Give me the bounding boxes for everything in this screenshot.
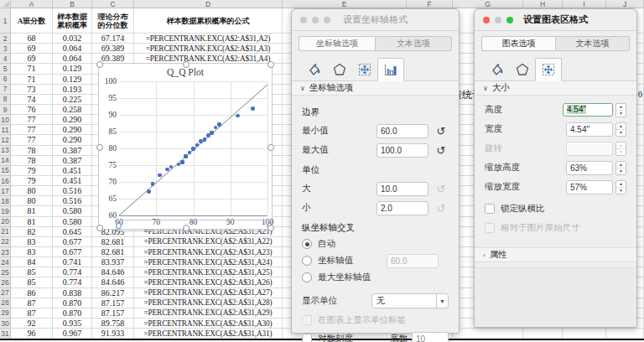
cell-score[interactable]: 73	[11, 85, 53, 95]
lock-aspect-checkbox[interactable]	[485, 204, 495, 214]
column-header-c[interactable]: C	[92, 0, 134, 8]
cell-formula[interactable]: =PERCENTRANK.EXC(A$2:A$31,A3)	[134, 44, 283, 54]
cell-score[interactable]: 78	[11, 146, 53, 156]
max-input[interactable]: 100.0	[377, 143, 428, 158]
cell-formula[interactable]: =PERCENTRANK.EXC(A$2:A$31,A23)	[134, 247, 283, 257]
cell-cum-prob[interactable]: 0.193	[53, 85, 92, 95]
cell-cum-prob[interactable]: 0.129	[53, 64, 92, 74]
cell-cum-prob[interactable]: 0.935	[53, 319, 92, 329]
data-point[interactable]	[180, 160, 184, 164]
cell-score[interactable]: 81	[11, 217, 53, 227]
axis-selection-handle-left[interactable]	[116, 223, 122, 229]
row-header[interactable]: 18	[0, 196, 11, 206]
column-header-h[interactable]: H	[523, 0, 563, 8]
cell-quantile[interactable]: 87.157	[92, 298, 134, 308]
cell-cum-prob[interactable]: 0.387	[53, 156, 92, 166]
column-header-b[interactable]: B	[53, 0, 92, 8]
column-header-j[interactable]: J	[606, 0, 644, 8]
cell-cum-prob[interactable]: 0.838	[53, 288, 92, 298]
row-header[interactable]: 16	[0, 176, 11, 186]
cell-d1[interactable]: 样本数据累积概率的公式	[134, 8, 283, 34]
cell-cum-prob[interactable]: 0.741	[53, 257, 92, 267]
major-unit-input[interactable]: 10.0	[377, 182, 428, 196]
data-point[interactable]	[151, 182, 155, 186]
cell-quantile[interactable]: 84.646	[92, 267, 134, 277]
cell-quantile[interactable]: 84.646	[92, 277, 134, 288]
format-axis-titlebar[interactable]: 设置坐标轴格式	[292, 9, 459, 31]
cell-quantile[interactable]: 83.937	[92, 257, 134, 267]
row-header[interactable]: 30	[0, 319, 11, 329]
cell-cum-prob[interactable]: 0.870	[53, 298, 92, 308]
row-header[interactable]: 14	[0, 156, 11, 166]
min-input[interactable]: 60.0	[377, 124, 428, 138]
row-header[interactable]: 12	[0, 135, 11, 145]
cell-formula[interactable]: =PERCENTRANK.EXC(A$2:A$31,A22)	[134, 237, 283, 247]
effects-icon[interactable]	[327, 59, 352, 80]
cell-score[interactable]: 76	[11, 105, 53, 115]
cell-score[interactable]: 87	[11, 298, 53, 308]
tab-chart-options[interactable]: 图表选项	[481, 36, 555, 51]
row-header[interactable]: 13	[0, 146, 11, 156]
cell-quantile[interactable]: 86.217	[92, 288, 134, 298]
x-axis-selection-outline[interactable]	[116, 220, 273, 231]
reset-min-icon[interactable]: ↺	[434, 126, 449, 137]
row-header[interactable]: 26	[0, 277, 11, 288]
row-header[interactable]: 15	[0, 166, 11, 176]
data-point[interactable]	[191, 147, 195, 151]
row-header[interactable]: 19	[0, 206, 11, 216]
cell-score[interactable]: 71	[11, 75, 53, 85]
row-header[interactable]: 20	[0, 217, 11, 227]
cell-formula[interactable]: =PERCENTRANK.EXC(A$2:A$31,A2)	[134, 34, 283, 44]
cell-cum-prob[interactable]: 0.774	[53, 277, 92, 288]
cell-cum-prob[interactable]: 0.870	[53, 308, 92, 319]
width-input[interactable]: 4.54"	[566, 122, 613, 137]
cell-cum-prob[interactable]: 0.516	[53, 196, 92, 206]
cell-score[interactable]: 85	[11, 277, 53, 288]
qq-plot-chart[interactable]: Q_Q Plot 607080901006065707580859095100	[98, 63, 273, 230]
column-header-d[interactable]: D	[134, 0, 283, 8]
data-point[interactable]	[199, 139, 203, 143]
row-header[interactable]: 2	[0, 34, 11, 44]
row-header[interactable]: 9	[0, 105, 11, 115]
cell-score[interactable]: 84	[11, 257, 53, 267]
cell-cum-prob[interactable]: 0.516	[53, 186, 92, 196]
chart-resize-handle-nw[interactable]	[96, 61, 103, 68]
log-base-input[interactable]: 10	[412, 332, 449, 342]
tab-axis-options[interactable]: 坐标轴选项	[299, 36, 375, 51]
row-header[interactable]: 22	[0, 237, 11, 247]
tab-text-options[interactable]: 文本选项	[555, 36, 630, 51]
chart-resize-handle-w[interactable]	[96, 144, 103, 151]
cell-cum-prob[interactable]: 0.451	[53, 176, 92, 186]
cell-a1[interactable]: A班分数	[11, 8, 53, 34]
cell-formula[interactable]: =PERCENTRANK.EXC(A$2:A$31,A25)	[134, 267, 283, 277]
cell-score[interactable]: 68	[11, 34, 53, 44]
cell-quantile[interactable]: 87.157	[92, 308, 134, 319]
cell-score[interactable]: 78	[11, 156, 53, 166]
cell-formula[interactable]: =PERCENTRANK.EXC(A$2:A$31,A26)	[134, 277, 283, 288]
chart-resize-handle-n[interactable]	[183, 61, 190, 68]
cell-score[interactable]: 77	[11, 135, 53, 145]
section-properties[interactable]: › 属性	[475, 247, 636, 262]
cell-score[interactable]: 74	[11, 95, 53, 105]
cell-score[interactable]: 83	[11, 247, 53, 257]
row-header[interactable]: 6	[0, 75, 11, 85]
cell-score[interactable]: 86	[11, 288, 53, 298]
cell-score[interactable]: 69	[11, 44, 53, 54]
cell-cum-prob[interactable]: 0.677	[53, 247, 92, 257]
data-point[interactable]	[210, 131, 214, 135]
scale-width-input[interactable]: 57%	[566, 180, 613, 194]
cell-formula[interactable]: =PERCENTRANK.EXC(A$2:A$31,A27)	[134, 288, 283, 298]
row-header-1[interactable]: 1	[0, 8, 11, 34]
cell-quantile[interactable]: 82.681	[92, 247, 134, 257]
row-header[interactable]: 5	[0, 64, 11, 74]
axis-options-icon[interactable]	[377, 58, 404, 81]
cell-cum-prob[interactable]: 0.225	[53, 95, 92, 105]
cell-score[interactable]: 85	[11, 267, 53, 277]
max-axis-value-radio[interactable]	[302, 272, 312, 282]
size-properties-icon[interactable]	[352, 59, 377, 80]
minor-unit-input[interactable]: 2.0	[377, 201, 428, 215]
row-header[interactable]: 31	[0, 329, 11, 339]
cell-cum-prob[interactable]: 0.677	[53, 237, 92, 247]
cell-score[interactable]: 77	[11, 115, 53, 125]
data-point[interactable]	[217, 122, 221, 127]
